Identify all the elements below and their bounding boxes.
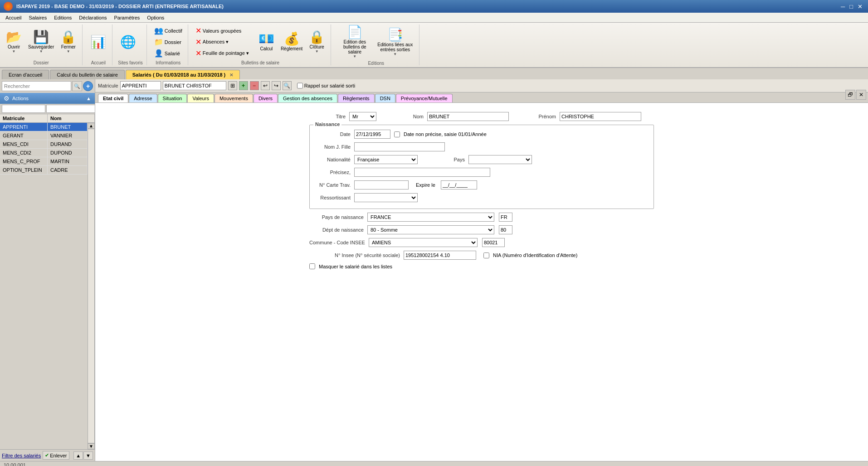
filter-link[interactable]: Filtre des salariés [2, 453, 41, 458]
enlever-button[interactable]: ✔ Enlever [43, 451, 69, 460]
ribbon-btn-cloture[interactable]: 🔒 Clôture ▼ [307, 29, 327, 55]
ribbon-btn-reglement[interactable]: 💰 Règlement [278, 31, 305, 53]
menu-editions[interactable]: Editions [50, 14, 75, 21]
titre-select[interactable]: Mr Mme Mlle [349, 112, 376, 121]
ribbon-btn-dossier[interactable]: 📁 Dossier [152, 37, 184, 47]
ribbon-btn-calcul[interactable]: 💶 Calcul [256, 31, 277, 53]
tab-close-button[interactable]: ✕ [229, 73, 233, 78]
employee-name-input[interactable] [163, 81, 226, 90]
col-header-nom[interactable]: Nom [48, 114, 95, 122]
tab-accueil[interactable]: Ecran d'accueil [2, 70, 49, 79]
nom-fille-input[interactable] [354, 142, 445, 151]
search-input[interactable] [2, 81, 71, 91]
prenom-input[interactable] [560, 112, 641, 121]
ribbon-btn-salarie[interactable]: 👤 Salarié [152, 48, 184, 58]
table-row[interactable]: MENS_C_PROF MARTIN [0, 157, 88, 166]
tab-valeurs[interactable]: Valeurs [187, 94, 214, 102]
collectif-icon: 👥 [154, 26, 163, 35]
commune-code-input[interactable] [482, 238, 505, 247]
nia-checkbox[interactable] [483, 252, 489, 258]
ribbon-btn-accueil[interactable]: 📊 [88, 34, 108, 50]
matricule-input[interactable] [120, 81, 161, 90]
nom-input[interactable] [427, 112, 509, 121]
table-row[interactable]: MENS_CDI2 DUPOND [0, 149, 88, 157]
date-naissance-input[interactable] [354, 130, 390, 139]
nationalite-select[interactable]: Française [354, 155, 418, 164]
filter-matricule-input[interactable] [2, 105, 45, 113]
ribbon-btn-valeurs-groupees[interactable]: ✕ Valeurs groupées [194, 25, 251, 36]
window-restore-icon[interactable]: 🗗 [845, 90, 855, 100]
menu-options[interactable]: Options [143, 14, 168, 21]
menu-accueil[interactable]: Accueil [2, 14, 25, 21]
tab-etat-civil[interactable]: Etat civil [98, 94, 128, 102]
ribbon-btn-ouvrir[interactable]: 📂 Ouvrir ▼ [4, 29, 24, 55]
ribbon-btn-edition-bulletins[interactable]: 📄 Edition des bulletins de salaire ▼ [336, 24, 373, 60]
ribbon-btn-sites[interactable]: 🌐 [118, 34, 138, 50]
date-naissance-row: Date Date non précise, saisie 01/01/Anné… [314, 130, 649, 139]
tab-salaries[interactable]: Salariés ( Du 01/03/2018 au 31/03/2018 )… [126, 70, 240, 79]
employee-nav-button[interactable]: ⊞ [228, 81, 237, 90]
menu-parametres[interactable]: Paramètres [111, 14, 144, 21]
valeurs-icon: ✕ [195, 26, 201, 35]
precisez-input[interactable] [354, 168, 490, 177]
minimize-button[interactable]: ─ [839, 3, 847, 10]
ribbon-btn-collectif[interactable]: 👥 Collectif [152, 25, 184, 36]
employee-undo-button[interactable]: ↪ [272, 81, 281, 90]
menu-salaires[interactable]: Salaires [25, 14, 50, 21]
actions-header[interactable]: ⚙ Actions ▲ [0, 93, 95, 104]
employee-search-button[interactable]: 🔍 [283, 81, 292, 90]
tab-gestion-absences[interactable]: Gestion des absences [278, 94, 337, 102]
insee-input[interactable] [404, 251, 476, 260]
ribbon-btn-fermer[interactable]: 🔒 Fermer ▼ [58, 29, 78, 55]
scrollbar-track[interactable] [88, 129, 95, 443]
tab-prevoyance-mutuelle[interactable]: Prévoyance/Mutuelle [396, 94, 453, 102]
ribbon-btn-sauvegarder[interactable]: 💾 Sauvegarder ▼ [26, 29, 56, 55]
sort-desc-button[interactable]: ▼ [83, 451, 93, 460]
ribbon-btn-editions-liees[interactable]: 📑 Editions liées aux entrées sorties ▼ [375, 27, 415, 58]
close-button[interactable]: ✕ [856, 3, 864, 10]
employee-add-button[interactable]: + [239, 81, 248, 90]
dept-naissance-code-input[interactable] [499, 225, 512, 234]
ribbon-btn-feuille-pointage[interactable]: ✕ Feuille de pointage ▾ [194, 48, 251, 58]
commune-select[interactable]: AMIENS [369, 238, 478, 247]
search-button[interactable]: 🔍 [72, 81, 82, 91]
tab-divers[interactable]: Divers [254, 94, 278, 102]
maximize-button[interactable]: □ [848, 3, 855, 10]
employee-delete-button[interactable]: − [250, 81, 259, 90]
carte-trav-input[interactable] [354, 180, 409, 189]
employee-refresh-button[interactable]: ↩ [261, 81, 270, 90]
commune-row: Commune - Code INSEE AMIENS [309, 238, 654, 247]
scrollbar-up-button[interactable]: ▲ [88, 123, 95, 129]
ribbon-group-sites: 🌐 Sites favoris [118, 24, 146, 65]
ressortissant-select[interactable] [354, 193, 418, 202]
pays-select[interactable] [468, 155, 532, 164]
tab-adresse[interactable]: Adresse [129, 94, 157, 102]
table-row[interactable]: GERANT VANNIER [0, 131, 88, 140]
menu-declarations[interactable]: Déclarations [75, 14, 110, 21]
date-non-precise-checkbox[interactable] [394, 131, 400, 137]
scrollbar-down-button[interactable]: ▼ [88, 443, 95, 449]
ribbon-btn-absences[interactable]: ✕ Absences ▾ [194, 37, 251, 47]
pays-naissance-code-input[interactable] [499, 213, 512, 222]
status-bar: 10.00.001 [0, 461, 868, 466]
sort-asc-button[interactable]: ▲ [73, 451, 83, 460]
window-close-icon[interactable]: ✕ [856, 90, 866, 100]
col-header-matricule[interactable]: Matricule [0, 114, 48, 122]
rappel-checkbox[interactable] [297, 81, 303, 90]
table-row[interactable]: MENS_CDI DURAND [0, 140, 88, 149]
masquer-checkbox[interactable] [309, 263, 315, 269]
titre-label: Titre [309, 114, 346, 119]
pays-naissance-select[interactable]: FRANCE [367, 213, 494, 222]
tab-dsn[interactable]: DSN [375, 94, 395, 102]
tab-situation[interactable]: Situation [158, 94, 187, 102]
tab-calcul[interactable]: Calcul du bulletin de salaire [50, 70, 125, 79]
table-row[interactable]: APPRENTI BRUNET [0, 123, 88, 131]
filter-nom-input[interactable] [46, 105, 95, 113]
dept-naissance-select[interactable]: 80 - Somme [367, 225, 494, 234]
employee-nom: BRUNET [48, 123, 88, 131]
expire-le-input[interactable] [441, 180, 477, 189]
tab-mouvements[interactable]: Mouvements [215, 94, 253, 102]
tab-reglements[interactable]: Règlements [338, 94, 375, 102]
table-row[interactable]: OPTION_TPLEIN CADRE [0, 166, 88, 175]
search-add-button[interactable]: + [83, 81, 93, 91]
